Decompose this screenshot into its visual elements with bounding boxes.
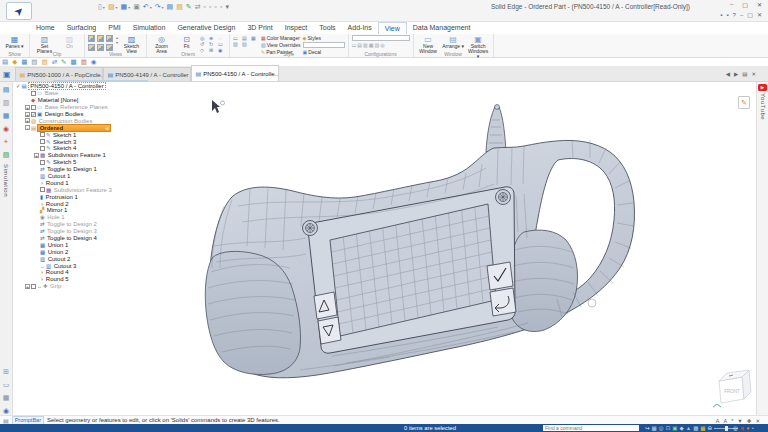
tree-item-material-none[interactable]: ◆Material [None]: [14, 97, 136, 104]
doc-minimize-button[interactable]: –: [740, 12, 743, 18]
tree-visibility-checkbox[interactable]: [31, 284, 36, 289]
maximize-button[interactable]: ▢: [742, 1, 748, 8]
tree-expand-toggle[interactable]: +: [25, 284, 30, 289]
expand-icon[interactable]: ✚: [747, 418, 752, 424]
sensors-icon[interactable]: ◉: [3, 125, 9, 133]
undo-icon[interactable]: ↶: [143, 3, 149, 11]
tree-item-toggle-to-design-2[interactable]: ⇄Toggle to Design 2: [14, 221, 136, 228]
journal-icon[interactable]: ✎: [738, 96, 750, 109]
ribbon-tab-3d-print[interactable]: 3D Print: [241, 22, 278, 34]
select-arrow-icon[interactable]: ↪: [645, 425, 650, 431]
font-large-icon[interactable]: A: [716, 418, 720, 424]
tree-item-subdivision-feature-3[interactable]: ▩Subdivision Feature 3: [14, 186, 136, 193]
view-styles-icon[interactable]: ▩: [693, 425, 698, 431]
close-prompt-icon[interactable]: ✕: [755, 418, 760, 424]
close-button[interactable]: ✕: [757, 1, 762, 8]
styles-button[interactable]: ◆Styles: [303, 35, 345, 41]
tree-item-design-bodies[interactable]: +✓▣Design Bodies: [14, 111, 136, 118]
hotkey-4-icon[interactable]: ▫: [220, 3, 222, 11]
options-icon[interactable]: ▪: [752, 425, 754, 431]
document-tab-pn500-1000-a-popcircle[interactable]: ▤PN500-1000 / A - PopCircle...: [15, 67, 103, 81]
solid-edge-logo-icon[interactable]: ➤: [6, 2, 32, 20]
view-preset-icon[interactable]: [88, 35, 95, 42]
help-button[interactable]: ?: [733, 12, 736, 18]
grid-options-icon[interactable]: ▦: [3, 394, 10, 402]
ribbon-tab-data-management[interactable]: Data Management: [407, 22, 477, 34]
vr-mode-icon[interactable]: ●: [746, 425, 749, 431]
tree-item-cutout-1[interactable]: ▥Cutout 1: [14, 173, 136, 180]
redo-dropdown[interactable]: ▾: [162, 5, 164, 10]
tree-item-union-2[interactable]: ▦Union 2: [14, 248, 136, 255]
tree-visibility-checkbox[interactable]: [40, 160, 45, 165]
feature-6-icon[interactable]: ⇄: [52, 58, 57, 66]
tree-item-sketch-1[interactable]: ✎Sketch 1: [14, 131, 136, 138]
fit-button[interactable]: ⊡Fit: [175, 35, 198, 49]
sketch-icon[interactable]: ✎: [186, 3, 192, 11]
styles-dropdown[interactable]: [303, 42, 345, 48]
simulation-tab[interactable]: Simulation: [3, 164, 9, 197]
tree-expand-toggle[interactable]: +: [25, 105, 30, 110]
tree-item-toggle-to-design-1[interactable]: ⇄Toggle to Design 1: [14, 166, 136, 173]
config-icon-3[interactable]: ▥: [363, 42, 368, 48]
new-document-dropdown[interactable]: ▾: [103, 5, 105, 10]
tree-item-cutout-3[interactable]: ↔▥Cutout 3: [14, 262, 136, 269]
tree-visibility-checkbox[interactable]: [40, 146, 45, 151]
arrange-button[interactable]: ▤Arrange ▾: [442, 35, 465, 49]
tree-item-sketch-5[interactable]: ✎Sketch 5: [14, 159, 136, 166]
feature-playback-icon[interactable]: ⊞: [3, 368, 9, 376]
on-button[interactable]: ▨On: [58, 35, 81, 49]
tree-item-mirror-1[interactable]: ▞Mirror 1: [14, 207, 136, 214]
config-icon-2[interactable]: ▤: [357, 42, 362, 48]
zoom-out-icon[interactable]: ⊖: [708, 425, 713, 431]
tree-visibility-checkbox[interactable]: [40, 187, 45, 192]
view-style-icon-3[interactable]: ▦: [251, 35, 259, 41]
view-preset-icon[interactable]: [97, 44, 104, 51]
minimize-button[interactable]: –: [730, 1, 733, 8]
tree-item-protrusion-1[interactable]: ▮Protrusion 1: [14, 193, 136, 200]
tree-item-subdivision-feature-1[interactable]: +▩Subdivision Feature 1: [14, 152, 136, 159]
rotate-icon[interactable]: ◆: [679, 425, 683, 431]
save-dropdown[interactable]: ▾: [128, 5, 130, 10]
tree-item-pn500-4150-a-controller[interactable]: ✓▤PN500-4150 / A - Controller: [14, 83, 136, 90]
pathfinder-icon[interactable]: ▤: [3, 86, 10, 94]
customize-icon[interactable]: ▾: [226, 3, 230, 11]
tree-visibility-checkbox[interactable]: [31, 105, 36, 110]
tree-item-toggle-to-design-4[interactable]: ⇄Toggle to Design 4: [14, 235, 136, 242]
tree-item-base-reference-planes[interactable]: +▭Base Reference Planes: [14, 104, 136, 111]
tree-item-round-2[interactable]: ◑Round 2: [14, 200, 136, 207]
zoom-slider-thumb[interactable]: [725, 426, 728, 431]
measure-icon[interactable]: ⇄: [195, 3, 201, 11]
youtube-icon[interactable]: ▶: [758, 84, 767, 91]
zoom-area-icon[interactable]: ▦: [652, 425, 657, 431]
zoom-in-icon[interactable]: ◎: [733, 425, 738, 431]
tab-forward-icon[interactable]: ▶: [734, 71, 738, 77]
layers-icon[interactable]: ▧: [3, 151, 10, 159]
save-icon[interactable]: ▦: [121, 3, 128, 11]
fit-icon[interactable]: ⊡: [666, 425, 671, 431]
view-overrides-button[interactable]: ▨View Overrides: [261, 42, 301, 48]
tree-item-hole-1[interactable]: ◉Hole 1: [14, 214, 136, 221]
font-small-icon[interactable]: A: [724, 418, 728, 424]
tree-item-round-4[interactable]: ◑Round 4: [14, 269, 136, 276]
tree-item-cutout-2[interactable]: ▥Cutout 2: [14, 255, 136, 262]
tree-item-toggle-to-design-3[interactable]: ⇄Toggle to Design 3: [14, 228, 136, 235]
youtube-tab[interactable]: YouTube: [760, 93, 766, 120]
view-preset-icon[interactable]: [106, 35, 113, 42]
collapse-icon[interactable]: ▼: [737, 418, 742, 424]
tree-item-union-1[interactable]: ▦Union 1: [14, 241, 136, 248]
tab-close-icon[interactable]: ✕: [751, 71, 756, 77]
scroll-down-icon[interactable]: ▾: [116, 40, 118, 45]
open-icon[interactable]: ▨: [108, 3, 115, 11]
tree-expand-toggle[interactable]: +: [34, 153, 39, 158]
tab-back-icon[interactable]: ◀: [726, 71, 730, 77]
common-views-icon[interactable]: ▦: [700, 425, 705, 431]
feature-2-icon[interactable]: ◆: [12, 58, 17, 66]
ribbon-tab-inspect[interactable]: Inspect: [279, 22, 314, 34]
family-of-parts-icon[interactable]: ▦: [3, 112, 10, 120]
ribbon-tab-surfacing[interactable]: Surfacing: [61, 22, 103, 34]
feature-7-icon[interactable]: ✎: [61, 58, 66, 66]
view-style-icon[interactable]: ▤: [167, 3, 174, 11]
feature-9-icon[interactable]: ▥: [81, 58, 87, 66]
feature-4-icon[interactable]: ▧: [31, 58, 37, 66]
zoom-icon[interactable]: ◎: [659, 425, 664, 431]
